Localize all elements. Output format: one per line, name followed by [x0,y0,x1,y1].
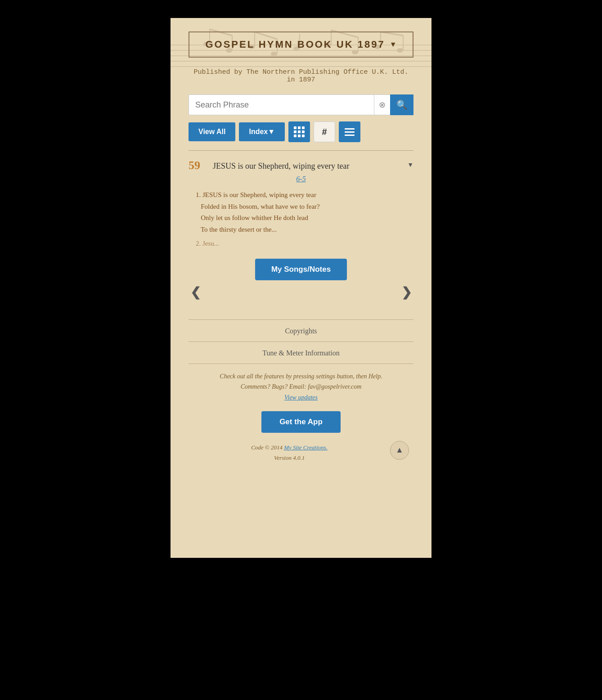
tune-meter-link[interactable]: Tune & Meter Information [189,349,413,357]
grid-view-button[interactable] [288,121,310,142]
next-song-button[interactable]: ❯ [401,285,412,300]
verse-1: 1. JESUS is our Shepherd, wiping every t… [196,189,413,235]
song-lyrics: 1. JESUS is our Shepherd, wiping every t… [189,189,413,250]
scroll-top-button[interactable]: ▲ [390,441,409,460]
content-area: GOSPEL HYMN BOOK UK 1897 ▼ Published by … [171,18,431,487]
menu-icon-line3 [345,135,355,136]
footer-bottom-row: Code © 2014 My Site Creations. Version 4… [189,441,413,464]
get-app-button[interactable]: Get the App [261,411,341,433]
clear-icon: ⊗ [379,100,386,110]
title-dropdown-icon: ▼ [390,40,397,49]
search-icon: 🔍 [396,99,408,110]
menu-button[interactable] [339,121,360,142]
app-title: GOSPEL HYMN BOOK UK 1897 [205,39,385,50]
song-meter-link[interactable]: 6-5 [296,175,305,183]
song-dropdown-icon[interactable]: ▼ [407,159,413,169]
version-text: Version 4.0.1 [274,454,305,461]
search-clear-button[interactable]: ⊗ [374,94,390,115]
search-go-button[interactable]: 🔍 [390,94,413,115]
search-row: ⊗ 🔍 [189,94,413,115]
app-container: GOSPEL HYMN BOOK UK 1897 ▼ Published by … [171,18,431,558]
action-buttons-row: View All Index▼ # [189,121,413,142]
title-bar[interactable]: GOSPEL HYMN BOOK UK 1897 ▼ [189,31,413,58]
prev-song-button[interactable]: ❮ [190,285,201,300]
footer-info: Check out all the features by pressing s… [189,371,413,403]
divider [189,150,413,151]
grid-icon [294,126,305,137]
menu-icon-line1 [345,128,355,130]
nav-arrows: ❮ ❯ [189,285,413,300]
number-view-button[interactable]: # [314,121,335,142]
my-songs-button[interactable]: My Songs/Notes [255,259,347,280]
verse-2: 2. Jesu... [196,238,413,250]
view-updates-link[interactable]: View updates [284,394,318,401]
site-link[interactable]: My Site Creations. [284,444,328,451]
index-button[interactable]: Index▼ [239,122,285,141]
copyright-text: Code © 2014 [251,444,283,451]
footer-divider-mid2 [189,363,413,364]
search-input[interactable] [189,94,374,115]
view-all-button[interactable]: View All [189,122,235,141]
song-header: 59 JESUS is our Shepherd, wiping every t… [189,159,413,172]
my-songs-row: My Songs/Notes [189,259,413,280]
scroll-top-icon: ▲ [395,445,404,455]
song-title: JESUS is our Shepherd, wiping every tear [213,159,401,172]
song-number: 59 [189,159,207,172]
menu-icon-line2 [345,131,355,133]
footer-copyright: Code © 2014 My Site Creations. Version 4… [189,442,390,463]
published-line: Published by The Northern Publishing Off… [189,68,413,84]
song-entry: 59 JESUS is our Shepherd, wiping every t… [189,159,413,250]
copyrights-link[interactable]: Copyrights [189,327,413,335]
footer-area: Copyrights Tune & Meter Information Chec… [189,310,413,469]
footer-info-text: Check out all the features by pressing s… [189,371,413,393]
hash-icon: # [322,127,327,137]
footer-divider-top [189,319,413,320]
song-meter: 6-5 [189,175,413,183]
footer-divider-mid [189,341,413,342]
